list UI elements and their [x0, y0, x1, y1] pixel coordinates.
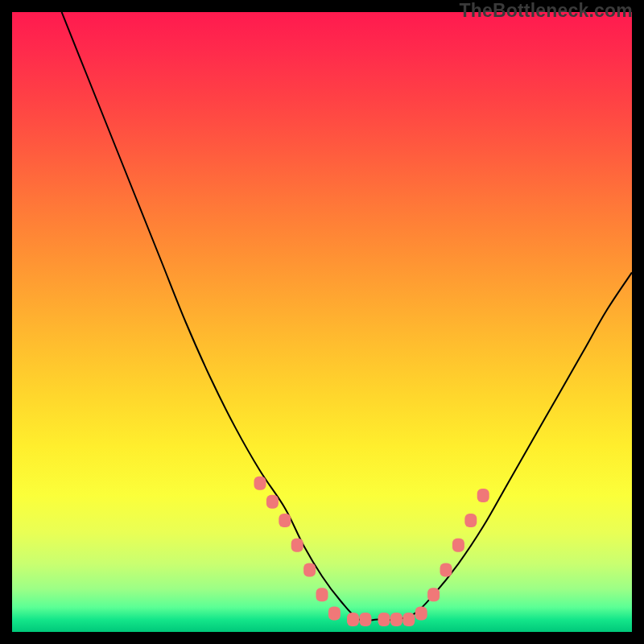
curve-marker — [464, 514, 477, 527]
curve-marker — [347, 613, 359, 626]
bottleneck-curve — [62, 12, 632, 621]
plot-area — [12, 12, 632, 632]
curve-marker — [440, 564, 452, 577]
curve-marker — [427, 588, 440, 601]
curve-marker — [266, 495, 279, 509]
curve-marker — [303, 564, 316, 577]
curve-marker — [477, 489, 489, 502]
curve-marker — [316, 588, 328, 601]
curve-marker — [291, 539, 303, 552]
curve-marker — [415, 606, 427, 620]
curve-layer — [12, 12, 632, 632]
curve-marker — [452, 539, 464, 552]
curve-marker — [359, 613, 371, 626]
curve-marker — [390, 613, 402, 626]
curve-marker — [254, 477, 266, 490]
curve-marker — [279, 514, 291, 527]
chart-frame: TheBottleneck.com — [0, 0, 644, 644]
curve-marker — [378, 613, 390, 626]
curve-marker — [402, 613, 415, 626]
watermark-text: TheBottleneck.com — [459, 0, 633, 22]
curve-marker — [328, 606, 341, 620]
